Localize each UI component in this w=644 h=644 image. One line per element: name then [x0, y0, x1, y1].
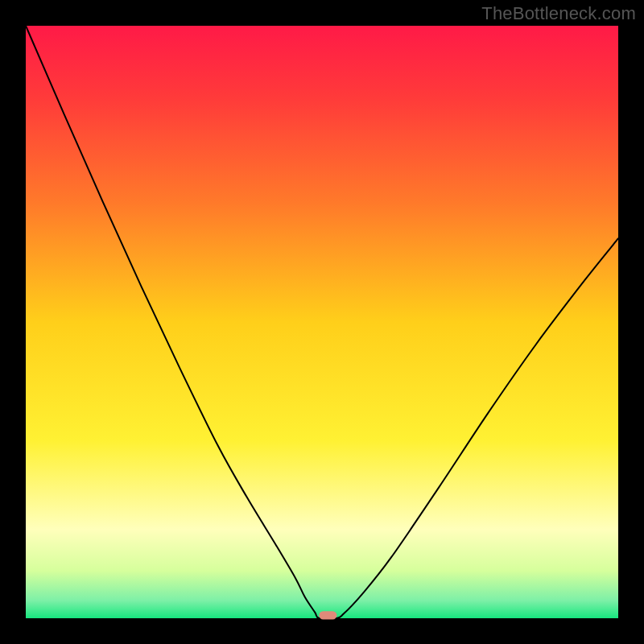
- bottleneck-chart: [0, 0, 644, 644]
- chart-frame: TheBottleneck.com: [0, 0, 644, 644]
- optimal-marker: [319, 611, 336, 619]
- plot-background: [26, 26, 618, 618]
